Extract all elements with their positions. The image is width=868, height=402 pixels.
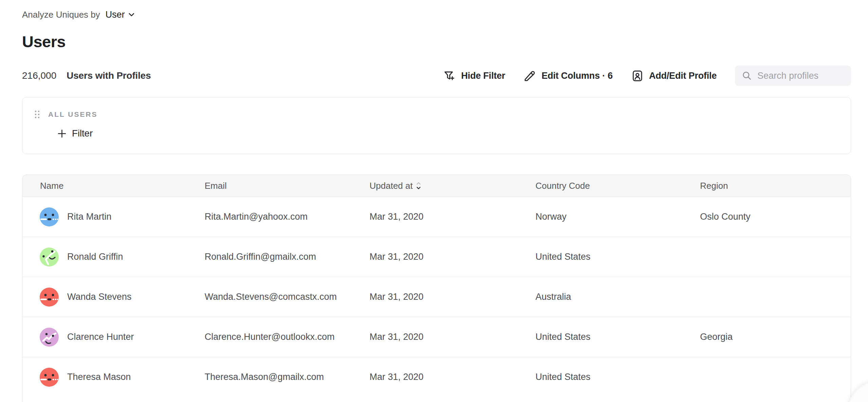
add-filter-button[interactable]: Filter <box>57 128 93 139</box>
user-avatar-icon <box>39 327 59 347</box>
table-row[interactable]: Clarence Hunter Clarence.Hunter@outlookx… <box>22 317 851 357</box>
edit-columns-button[interactable]: Edit Columns · 6 <box>524 70 613 82</box>
filter-group-header: ALL USERS <box>34 108 851 121</box>
profiles-count: 216,000 Users with Profiles <box>22 70 151 81</box>
table-body: Rita Martin Rita.Martin@yahoox.com Mar 3… <box>22 197 851 397</box>
sort-indicator-icon[interactable] <box>416 181 421 190</box>
add-edit-profile-button[interactable]: Add/Edit Profile <box>631 70 717 82</box>
table-row[interactable]: Theresa Mason Theresa.Mason@gmailx.com M… <box>22 357 851 397</box>
add-filter-label: Filter <box>72 128 93 139</box>
cell-country-code: Australia <box>535 292 700 302</box>
cell-country-code: United States <box>535 252 700 262</box>
cell-email: Theresa.Mason@gmailx.com <box>205 372 370 382</box>
plus-icon <box>57 129 67 138</box>
table-row[interactable]: Ronald Griffin Ronald.Griffin@gmailx.com… <box>22 237 851 277</box>
cell-updated-at: Mar 31, 2020 <box>370 252 535 262</box>
profile-card-icon <box>631 70 644 82</box>
table-header: Name Email Updated at Country Code Regio… <box>22 175 851 197</box>
cell-email: Wanda.Stevens@comcastx.com <box>205 292 370 302</box>
cell-name: Clarence Hunter <box>22 327 205 347</box>
column-header-name[interactable]: Name <box>22 181 205 191</box>
search-icon <box>742 71 752 81</box>
user-avatar-icon <box>39 367 59 387</box>
search-profiles-box <box>735 66 851 86</box>
user-avatar-icon <box>39 247 59 267</box>
cell-email: Clarence.Hunter@outlookx.com <box>205 332 370 342</box>
page-title: Users <box>22 33 851 51</box>
analyze-by-value: User <box>106 10 125 20</box>
pencil-icon <box>524 70 536 82</box>
column-header-updated-at[interactable]: Updated at <box>370 181 535 191</box>
cell-updated-at: Mar 31, 2020 <box>370 332 535 342</box>
analyze-by-label: Analyze Uniques by <box>22 10 100 20</box>
cell-name: Wanda Stevens <box>22 287 205 307</box>
search-profiles-input[interactable] <box>757 70 845 81</box>
drag-handle-icon[interactable] <box>34 110 40 119</box>
toolbar: Hide Filter Edit Columns · 6 Add/Edit Pr… <box>443 66 851 86</box>
users-table: Name Email Updated at Country Code Regio… <box>22 175 851 402</box>
analyze-by-dropdown[interactable]: User <box>106 10 134 20</box>
cell-email: Rita.Martin@yahoox.com <box>205 212 370 222</box>
table-row[interactable]: Rita Martin Rita.Martin@yahoox.com Mar 3… <box>22 197 851 237</box>
cell-country-code: Norway <box>535 212 700 222</box>
chevron-down-icon <box>129 13 134 17</box>
analyze-bar: Analyze Uniques by User <box>22 9 851 20</box>
table-row[interactable]: Wanda Stevens Wanda.Stevens@comcastx.com… <box>22 277 851 317</box>
cell-updated-at: Mar 31, 2020 <box>370 292 535 302</box>
hide-filter-label: Hide Filter <box>461 71 505 81</box>
cell-updated-at: Mar 31, 2020 <box>370 372 535 382</box>
edit-columns-label: Edit Columns · 6 <box>542 71 613 81</box>
filter-panel: ALL USERS Filter <box>22 97 851 154</box>
column-header-country-code[interactable]: Country Code <box>535 181 700 191</box>
funnel-plus-icon <box>443 70 456 82</box>
cell-country-code: United States <box>535 372 700 382</box>
filter-add-row: Filter <box>57 128 851 139</box>
cell-updated-at: Mar 31, 2020 <box>370 212 535 222</box>
column-header-region[interactable]: Region <box>700 181 851 191</box>
users-page: Analyze Uniques by User Users 216,000 Us… <box>0 0 868 402</box>
user-avatar-icon <box>39 207 59 227</box>
cell-region: Oslo County <box>700 212 851 222</box>
count-toolbar-row: 216,000 Users with Profiles Hide Filter … <box>22 65 851 86</box>
cell-email: Ronald.Griffin@gmailx.com <box>205 252 370 262</box>
cell-name: Ronald Griffin <box>22 247 205 267</box>
profiles-count-number: 216,000 <box>22 70 56 81</box>
cell-region: Georgia <box>700 332 851 342</box>
add-edit-profile-label: Add/Edit Profile <box>649 71 717 81</box>
cell-country-code: United States <box>535 332 700 342</box>
cell-name: Rita Martin <box>22 207 205 227</box>
filter-group-label: ALL USERS <box>48 110 98 118</box>
profiles-count-label: Users with Profiles <box>67 70 151 81</box>
user-avatar-icon <box>39 287 59 307</box>
cell-name: Theresa Mason <box>22 367 205 387</box>
column-header-email[interactable]: Email <box>205 181 370 191</box>
hide-filter-button[interactable]: Hide Filter <box>443 70 505 82</box>
